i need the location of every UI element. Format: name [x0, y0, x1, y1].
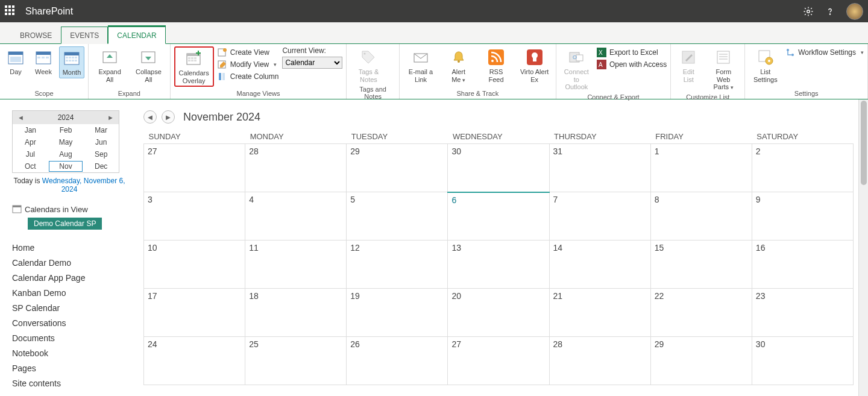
mini-month-jun[interactable]: Jun	[83, 136, 119, 148]
gear-icon[interactable]	[803, 6, 814, 17]
calendar-cell[interactable]: 12	[347, 240, 448, 289]
calendar-cell[interactable]: 2	[752, 144, 853, 192]
scope-week-button[interactable]: Week	[31, 46, 55, 77]
calendar-cell[interactable]: 20	[448, 289, 549, 337]
calendar-cell[interactable]: 14	[549, 240, 650, 289]
prev-month-button[interactable]: ◄	[143, 110, 157, 124]
mini-month-jul[interactable]: Jul	[13, 148, 48, 160]
ribbon-group-label: Manage Views	[174, 89, 343, 99]
calendar-cell[interactable]: 22	[650, 289, 752, 337]
calendar-cell[interactable]: 16	[752, 240, 853, 289]
calendar-cell[interactable]: 30	[448, 144, 549, 192]
expand-all-button[interactable]: Expand All	[92, 46, 127, 84]
mini-month-nov[interactable]: Nov	[49, 161, 83, 172]
next-month-button[interactable]: ►	[162, 110, 175, 124]
calendar-cell[interactable]: 23	[752, 289, 853, 337]
calendar-cell[interactable]: 21	[549, 289, 650, 337]
calendar-cell[interactable]: 4	[245, 192, 347, 240]
mini-month-apr[interactable]: Apr	[13, 136, 48, 148]
nav-link[interactable]: Site contents	[12, 379, 127, 388]
overlay-calendar-badge[interactable]: Demo Calendar SP	[28, 218, 102, 230]
list-settings-button[interactable]: List Settings	[749, 46, 782, 84]
calendar-cell[interactable]: 15	[650, 240, 752, 289]
calendar-cell[interactable]: 28	[245, 144, 347, 192]
tab-events[interactable]: EVENTS	[61, 27, 108, 44]
calendar-cell[interactable]: 6	[448, 192, 549, 240]
export-excel-button[interactable]: X Export to Excel	[597, 48, 667, 57]
help-icon[interactable]	[825, 6, 835, 17]
calendar-cell[interactable]: 8	[650, 192, 752, 240]
calendar-cell[interactable]: 31	[549, 144, 650, 192]
scope-month-button[interactable]: Month	[59, 46, 84, 78]
calendar-cell[interactable]: 13	[448, 240, 549, 289]
open-access-button[interactable]: A Open with Access	[597, 60, 667, 69]
vertical-scrollbar[interactable]	[858, 99, 868, 396]
mini-month-may[interactable]: May	[48, 136, 84, 148]
app-launcher-icon[interactable]	[5, 5, 17, 17]
mini-month-mar[interactable]: Mar	[83, 124, 119, 136]
user-avatar[interactable]	[846, 3, 863, 20]
email-link-button[interactable]: E-mail a Link	[403, 46, 438, 84]
calendar-cell[interactable]: 3	[144, 192, 245, 240]
nav-link[interactable]: Pages	[12, 363, 127, 373]
mini-month-sep[interactable]: Sep	[83, 148, 119, 160]
rss-feed-button[interactable]: RSS Feed	[479, 46, 513, 84]
scope-day-button[interactable]: Day	[4, 46, 28, 77]
current-view-select[interactable]: Calendar	[282, 57, 342, 69]
calendar-cell[interactable]: 17	[144, 289, 245, 337]
nav-link[interactable]: Conversations	[12, 318, 127, 328]
connect-outlook-button[interactable]: O Connect to Outlook	[560, 46, 593, 92]
calendar-cell[interactable]: 29	[650, 337, 752, 385]
dow-header: SATURDAY	[752, 130, 853, 144]
today-link[interactable]: Wednesday, November 6, 2024	[42, 177, 125, 193]
form-web-parts-button[interactable]: Form Web Parts▾	[706, 46, 741, 92]
nav-link[interactable]: Home	[12, 243, 127, 253]
calendar-cell[interactable]: 7	[549, 192, 650, 240]
tags-notes-button[interactable]: Tags & Notes	[350, 46, 386, 84]
calendar-cell[interactable]: 29	[347, 144, 448, 192]
calendar-cell[interactable]: 1	[650, 144, 752, 192]
svg-rect-27	[188, 60, 190, 61]
nav-link[interactable]: Calendar Demo	[12, 258, 127, 268]
mini-month-oct[interactable]: Oct	[13, 160, 48, 172]
workflow-settings-button[interactable]: Workflow Settings▾	[785, 48, 864, 57]
nav-link[interactable]: Documents	[12, 333, 127, 343]
calendar-cell[interactable]: 10	[144, 240, 245, 289]
nav-link[interactable]: SP Calendar	[12, 303, 127, 313]
nav-link[interactable]: Notebook	[12, 348, 127, 358]
calendar-cell[interactable]: 27	[448, 337, 549, 385]
alert-me-button[interactable]: Alert Me▾	[442, 46, 475, 84]
calendar-cell[interactable]: 26	[347, 337, 448, 385]
mini-month-aug[interactable]: Aug	[48, 148, 84, 160]
calendar-cell[interactable]: 19	[347, 289, 448, 337]
mini-month-jan[interactable]: Jan	[13, 124, 48, 136]
calendar-cell[interactable]: 11	[245, 240, 347, 289]
dow-header: WEDNESDAY	[448, 130, 549, 144]
calendar-cell[interactable]: 18	[245, 289, 347, 337]
create-view-button[interactable]: Create View	[218, 48, 279, 57]
calendar-cell[interactable]: 24	[144, 337, 245, 385]
calendar-cell[interactable]: 27	[144, 144, 245, 192]
create-column-button[interactable]: Create Column	[218, 72, 279, 81]
mini-month-feb[interactable]: Feb	[48, 124, 84, 136]
calendar-day-icon	[6, 48, 25, 67]
modify-view-button[interactable]: Modify View▾	[218, 60, 279, 69]
calendar-cell[interactable]: 25	[245, 337, 347, 385]
virto-alert-button[interactable]: Virto Alert Ex	[517, 46, 552, 84]
mini-month-dec[interactable]: Dec	[83, 160, 119, 172]
edit-list-button[interactable]: Edit List	[675, 46, 702, 84]
calendars-overlay-button[interactable]: Calendars Overlay	[174, 46, 214, 87]
calendar-cell[interactable]: 28	[549, 337, 650, 385]
nav-link[interactable]: Kanban Demo	[12, 288, 127, 298]
nav-link[interactable]: Calendar App Page	[12, 273, 127, 283]
tab-browse[interactable]: BROWSE	[11, 27, 61, 43]
next-year-button[interactable]: ►	[107, 114, 114, 121]
scrollbar-thumb[interactable]	[861, 101, 867, 185]
list-settings-icon	[756, 48, 775, 67]
calendar-cell[interactable]: 9	[752, 192, 853, 240]
prev-year-button[interactable]: ◄	[17, 114, 24, 121]
calendar-cell[interactable]: 30	[752, 337, 853, 385]
tab-calendar[interactable]: CALENDAR	[108, 25, 165, 44]
calendar-cell[interactable]: 5	[347, 192, 448, 240]
collapse-all-button[interactable]: Collapse All	[131, 46, 166, 84]
